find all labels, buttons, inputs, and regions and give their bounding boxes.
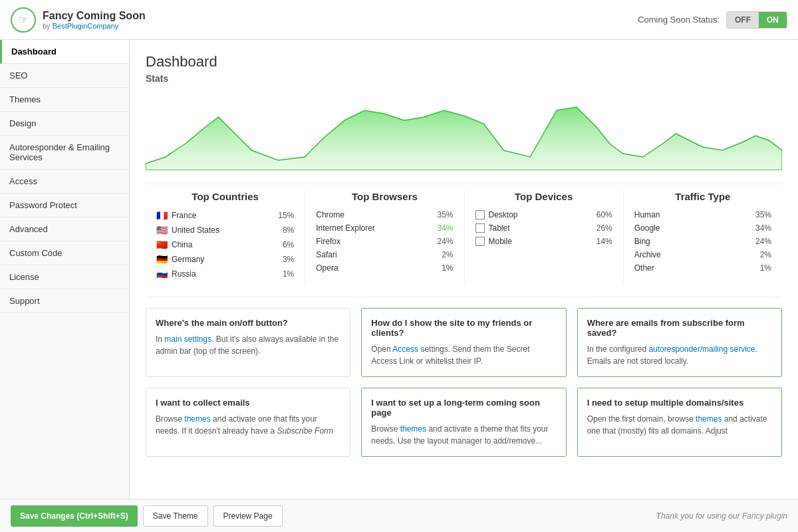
coming-soon-toggle[interactable]: OFF ON: [726, 11, 787, 29]
footer-thanks: Thank you for using our Fancy plugin: [656, 511, 787, 521]
sidebar-item-support[interactable]: Support: [0, 289, 129, 313]
themes-link2[interactable]: themes: [400, 424, 426, 434]
toggle-off[interactable]: OFF: [727, 12, 759, 28]
themes-link1[interactable]: themes: [184, 414, 210, 424]
sidebar-item-themes[interactable]: Themes: [0, 88, 129, 112]
country-row-france: 🇫🇷France 15%: [156, 210, 294, 221]
browser-row-safari: Safari2%: [316, 250, 453, 259]
device-row-desktop: Desktop 60%: [475, 210, 612, 219]
card-longterm-page: I want to set up a long-term coming soon…: [361, 388, 566, 457]
tablet-icon: [475, 223, 485, 233]
footer: Save Changes (Ctrl+Shift+S) Save Theme P…: [0, 499, 798, 532]
info-cards-row1: Where's the main on/off button? In main …: [146, 308, 782, 377]
top-browsers-title: Top Browsers: [316, 191, 453, 202]
sidebar-item-password-protect[interactable]: Password Protect: [0, 194, 129, 217]
traffic-row-google: Google34%: [634, 223, 771, 233]
card-show-friends: How do I show the site to my friends or …: [361, 308, 566, 377]
card-title: I want to collect emails: [156, 398, 340, 408]
browser-row-firefox: Firefox24%: [316, 237, 453, 246]
device-row-mobile: Mobile 14%: [475, 237, 612, 246]
preview-page-button[interactable]: Preview Page: [213, 505, 283, 527]
card-body: Browse themes and activate one that fits…: [156, 413, 340, 437]
logo-icon: ☞: [11, 7, 36, 33]
app-title: Fancy Coming Soon: [43, 10, 146, 22]
app-subtitle: by BestPluginCompany: [43, 22, 146, 30]
card-title: Where's the main on/off button?: [156, 318, 340, 328]
top-browsers-col: Top Browsers Chrome35% Internet Explorer…: [305, 191, 464, 283]
country-row-germany: 🇩🇪Germany 3%: [156, 254, 294, 265]
traffic-row-human: Human35%: [634, 210, 771, 219]
header-right: Coming Soon Status: OFF ON: [638, 11, 787, 29]
main-settings-link[interactable]: main settings: [164, 334, 211, 344]
section-divider: [146, 297, 782, 297]
company-link[interactable]: BestPluginCompany: [53, 22, 119, 30]
traffic-row-bing: Bing24%: [634, 237, 771, 246]
card-title: How do I show the site to my friends or …: [371, 318, 556, 338]
sidebar-item-advanced[interactable]: Advanced: [0, 217, 129, 241]
stats-grid: Top Countries 🇫🇷France 15% 🇺🇸United Stat…: [146, 184, 782, 283]
top-devices-col: Top Devices Desktop 60% Tablet 26% Mobil…: [464, 191, 623, 283]
save-changes-button[interactable]: Save Changes (Ctrl+Shift+S): [11, 505, 138, 527]
country-row-russia: 🇷🇺Russia 1%: [156, 269, 294, 279]
header: ☞ Fancy Coming Soon by BestPluginCompany…: [0, 0, 798, 40]
access-link[interactable]: Access: [392, 344, 418, 354]
card-collect-emails: I want to collect emails Browse themes a…: [146, 388, 350, 457]
browser-row-ie: Internet Explorer34%: [316, 223, 453, 233]
stats-title: Stats: [146, 73, 782, 84]
sidebar-item-access[interactable]: Access: [0, 170, 129, 194]
desktop-icon: [475, 210, 485, 219]
card-body: Browse themes and activate a theme that …: [371, 423, 556, 447]
main-content: Dashboard Stats Top Countries 🇫🇷Franc: [130, 40, 798, 499]
card-body: In the configured autoresponder/mailing …: [587, 343, 772, 367]
header-left: ☞ Fancy Coming Soon by BestPluginCompany: [11, 7, 146, 33]
toggle-on[interactable]: ON: [759, 12, 787, 28]
stats-chart: [146, 90, 782, 170]
sidebar: Dashboard SEO Themes Design Autoresponde…: [0, 40, 130, 499]
sidebar-item-license[interactable]: License: [0, 265, 129, 289]
device-row-tablet: Tablet 26%: [475, 223, 612, 233]
card-title: Where are emails from subscribe form sav…: [587, 318, 772, 338]
card-title: I want to set up a long-term coming soon…: [371, 398, 556, 418]
card-multiple-domains: I need to setup multiple domains/sites O…: [577, 388, 782, 457]
card-onoff-button: Where's the main on/off button? In main …: [146, 308, 350, 377]
sidebar-item-seo[interactable]: SEO: [0, 64, 129, 88]
sidebar-item-design[interactable]: Design: [0, 112, 129, 136]
footer-left: Save Changes (Ctrl+Shift+S) Save Theme P…: [11, 505, 283, 527]
card-emails-saved: Where are emails from subscribe form sav…: [577, 308, 782, 377]
traffic-row-other: Other1%: [634, 263, 771, 273]
autoresponder-link[interactable]: autoresponder/mailing service: [648, 344, 755, 354]
themes-link3[interactable]: themes: [696, 414, 722, 424]
app-info: Fancy Coming Soon by BestPluginCompany: [43, 10, 146, 30]
card-body: Open Access settings. Send them the Secr…: [371, 343, 556, 367]
top-devices-title: Top Devices: [475, 191, 612, 202]
save-theme-button[interactable]: Save Theme: [143, 505, 208, 527]
browser-row-opera: Opera1%: [316, 263, 453, 273]
country-row-us: 🇺🇸United States 8%: [156, 225, 294, 235]
mobile-icon: [475, 237, 485, 246]
sidebar-item-autoresponder[interactable]: Autoresponder & Emailing Services: [0, 136, 129, 170]
info-cards-row2: I want to collect emails Browse themes a…: [146, 388, 782, 457]
top-countries-col: Top Countries 🇫🇷France 15% 🇺🇸United Stat…: [146, 191, 305, 283]
sidebar-item-custom-code[interactable]: Custom Code: [0, 241, 129, 265]
layout: Dashboard SEO Themes Design Autoresponde…: [0, 40, 798, 499]
traffic-row-archive: Archive2%: [634, 250, 771, 259]
sidebar-item-dashboard[interactable]: Dashboard: [0, 40, 129, 64]
card-body: Open the first domain, browse themes and…: [587, 413, 772, 437]
top-countries-title: Top Countries: [156, 191, 294, 202]
page-title: Dashboard: [146, 53, 782, 70]
country-row-china: 🇨🇳China 6%: [156, 239, 294, 250]
browser-row-chrome: Chrome35%: [316, 210, 453, 219]
card-body: In main settings. But it's also always a…: [156, 333, 340, 357]
status-label: Coming Soon Status:: [638, 15, 720, 25]
traffic-type-col: Traffic Type Human35% Google34% Bing24% …: [623, 191, 782, 283]
traffic-type-title: Traffic Type: [634, 191, 771, 202]
card-title: I need to setup multiple domains/sites: [587, 398, 772, 408]
